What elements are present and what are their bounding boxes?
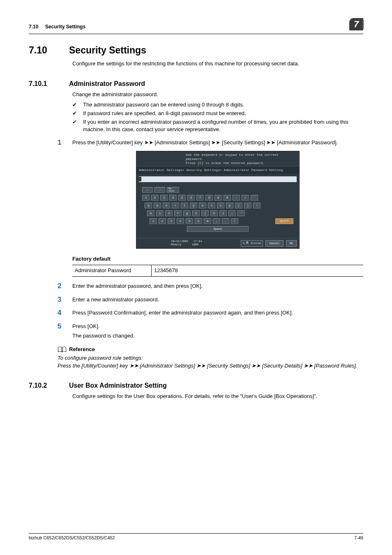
cancel-button[interactable]: Cancel [265, 240, 283, 247]
key[interactable]: c [168, 218, 175, 224]
key[interactable]: y [190, 203, 197, 208]
key[interactable]: j [201, 210, 209, 216]
arrow-icon: ➤➤ [251, 363, 261, 369]
key[interactable]: 1 [142, 195, 150, 201]
key[interactable]: ' [238, 210, 245, 216]
key[interactable]: h [192, 210, 200, 216]
step-text-part: [Administrator Password]. [275, 139, 338, 146]
key[interactable]: w [154, 203, 161, 208]
step-item: 2 Enter the administrator password, and … [58, 282, 363, 290]
key[interactable]: i [208, 203, 215, 208]
arrow-icon: ➤➤ [129, 363, 138, 369]
key[interactable]: n [195, 218, 202, 224]
space-key[interactable]: Space [187, 226, 249, 232]
key[interactable]: 5 [178, 195, 186, 201]
key[interactable]: 2 [151, 195, 159, 201]
key[interactable]: q [145, 203, 152, 208]
key[interactable]: 9 [214, 195, 222, 201]
key[interactable]: 3 [160, 195, 168, 201]
key[interactable]: 4 [169, 195, 177, 201]
hint-line: Use the keyboard or keypad to enter the … [186, 153, 297, 161]
step-item: 4 Press [Password Confirmation], enter t… [58, 309, 363, 317]
step-text: Enter a new administrator password. [72, 296, 159, 303]
key[interactable]: / [231, 218, 238, 224]
key[interactable]: \ [253, 203, 261, 208]
keyboard-row: q w e r t y u i o p [ ] \ [145, 203, 293, 208]
subsection-number: 7.10.1 [29, 80, 58, 88]
enlarge-button[interactable]: ✎ 🔍 Enlarge [241, 240, 263, 247]
key[interactable]: 8 [205, 195, 213, 201]
key[interactable]: = [242, 195, 249, 201]
key[interactable]: 7 [196, 195, 204, 201]
key[interactable]: [ [235, 203, 242, 208]
subsection-intro: Configure settings for the User Box oper… [72, 393, 363, 400]
key[interactable]: e [163, 203, 170, 208]
key[interactable]: p [226, 203, 233, 208]
arrow-icon: ➤➤ [266, 139, 275, 146]
ok-button[interactable]: OK [286, 240, 297, 247]
key[interactable]: k [210, 210, 218, 216]
reference-block: Reference To configure password rule set… [58, 346, 363, 370]
step-text-part: Press the [Utility/Counter] key [72, 139, 144, 146]
enlarge-label: Enlarge [251, 242, 261, 245]
key[interactable]: o [217, 203, 224, 208]
section-title-text: Security Settings [69, 45, 146, 56]
key[interactable]: ; [228, 210, 236, 216]
memory-value: 100% [191, 243, 198, 246]
factory-default-table: Administrator Password 12345678 [72, 265, 363, 277]
step-text: Press [OK]. [72, 323, 99, 329]
factory-default-heading: Factory default [72, 255, 363, 263]
key[interactable]: ` [251, 195, 258, 201]
reference-heading: Reference [69, 346, 95, 354]
key[interactable]: x [159, 218, 166, 224]
step-number: 1 [58, 138, 61, 148]
key[interactable]: f [174, 210, 182, 216]
section-number: 7.10 [29, 45, 58, 56]
subsection-title-text: Administrator Password [69, 80, 145, 88]
keyboard-row: z x c v b n m , . / Shift [150, 218, 293, 224]
key[interactable]: d [165, 210, 173, 216]
key[interactable]: u [199, 203, 206, 208]
key[interactable]: , [213, 218, 220, 224]
shift-key[interactable]: Shift [275, 218, 293, 224]
password-input[interactable] [139, 176, 297, 182]
step-text-part: [Security Settings] [220, 139, 266, 146]
key[interactable]: v [177, 218, 184, 224]
key[interactable]: b [186, 218, 193, 224]
onscreen-keyboard: ← → De- lete 1 2 3 4 5 6 7 8 [136, 185, 299, 238]
key[interactable]: . [222, 218, 229, 224]
key[interactable]: a [147, 210, 154, 216]
step-number: 4 [58, 308, 61, 318]
key[interactable]: ] [244, 203, 251, 208]
screenshot-breadcrumb: Administrator Settings> Security Setting… [136, 166, 299, 174]
key[interactable]: r [172, 203, 179, 208]
key[interactable]: l [219, 210, 227, 216]
screenshot-footer: 10/15/2009 17:04 Memory 100% ✎ 🔍 Enlarge… [136, 238, 299, 248]
key[interactable]: m [204, 218, 211, 224]
arrow-icon: ➤➤ [196, 363, 205, 369]
book-icon [58, 346, 67, 353]
key[interactable]: g [183, 210, 191, 216]
footer-model: bizhub C652/C652DS/C552/C552DS/C452 [29, 535, 115, 540]
header-section-number: 7.10 [29, 24, 38, 30]
key[interactable]: - [233, 195, 240, 201]
key[interactable]: z [150, 218, 157, 224]
reference-line: To configure password rule settings: [58, 354, 363, 362]
screenshot-hint: Use the keyboard or keypad to enter the … [136, 151, 299, 166]
reference-line: Press the [Utility/Counter] key ➤➤ [Admi… [58, 362, 363, 370]
chapter-number: 7 [354, 19, 359, 30]
arrow-left-key[interactable]: ← [142, 187, 153, 193]
magnify-icon: 🔍 [246, 241, 250, 246]
keyboard-row: a s d f g h j k l ; ' [147, 210, 293, 216]
subsection-title-text: User Box Administrator Setting [69, 382, 167, 389]
pencil-icon: ✎ [243, 241, 245, 246]
keyboard-row: Space [142, 226, 293, 232]
delete-key[interactable]: De- lete [167, 187, 179, 193]
step-item: 3 Enter a new administrator password. [58, 296, 363, 304]
key[interactable]: 6 [187, 195, 195, 201]
key[interactable]: s [156, 210, 164, 216]
step-text: Press [Password Confirmation], enter the… [72, 310, 293, 316]
key[interactable]: t [181, 203, 188, 208]
arrow-right-key[interactable]: → [154, 187, 165, 193]
key[interactable]: 0 [224, 195, 231, 201]
